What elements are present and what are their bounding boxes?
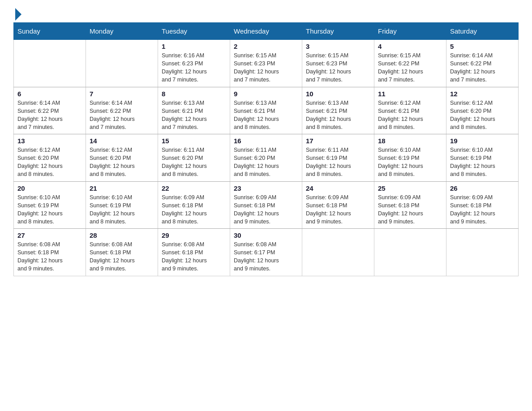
day-info: Sunrise: 6:08 AMSunset: 6:17 PMDaylight:… — [234, 240, 298, 273]
calendar-cell: 8Sunrise: 6:13 AMSunset: 6:21 PMDaylight… — [158, 87, 230, 134]
calendar-cell: 2Sunrise: 6:15 AMSunset: 6:23 PMDaylight… — [230, 40, 302, 87]
day-info: Sunrise: 6:09 AMSunset: 6:18 PMDaylight:… — [234, 193, 298, 226]
header-wednesday: Wednesday — [230, 23, 302, 40]
calendar-cell — [302, 229, 374, 276]
day-info: Sunrise: 6:15 AMSunset: 6:23 PMDaylight:… — [306, 51, 370, 84]
week-row-3: 13Sunrise: 6:12 AMSunset: 6:20 PMDayligh… — [14, 134, 519, 182]
day-number: 17 — [306, 137, 370, 145]
day-info: Sunrise: 6:13 AMSunset: 6:21 PMDaylight:… — [234, 99, 298, 132]
header-saturday: Saturday — [446, 23, 519, 40]
day-info: Sunrise: 6:08 AMSunset: 6:18 PMDaylight:… — [17, 240, 82, 273]
day-number: 25 — [378, 184, 442, 192]
calendar-cell — [86, 40, 158, 87]
day-info: Sunrise: 6:10 AMSunset: 6:19 PMDaylight:… — [378, 146, 442, 179]
calendar-cell — [14, 40, 86, 87]
calendar-cell: 19Sunrise: 6:10 AMSunset: 6:19 PMDayligh… — [446, 134, 519, 182]
page-header — [13, 9, 519, 18]
calendar-cell: 11Sunrise: 6:12 AMSunset: 6:21 PMDayligh… — [374, 87, 446, 134]
logo-triangle-icon — [15, 8, 21, 21]
day-info: Sunrise: 6:08 AMSunset: 6:18 PMDaylight:… — [162, 240, 226, 273]
logo — [13, 9, 21, 18]
calendar-cell: 22Sunrise: 6:09 AMSunset: 6:18 PMDayligh… — [158, 181, 230, 229]
calendar-cell: 14Sunrise: 6:12 AMSunset: 6:20 PMDayligh… — [86, 134, 158, 182]
day-number: 20 — [17, 184, 82, 192]
day-info: Sunrise: 6:10 AMSunset: 6:19 PMDaylight:… — [450, 146, 515, 179]
calendar-cell — [374, 229, 446, 276]
day-info: Sunrise: 6:09 AMSunset: 6:18 PMDaylight:… — [306, 193, 370, 226]
day-info: Sunrise: 6:15 AMSunset: 6:22 PMDaylight:… — [378, 51, 442, 84]
day-number: 10 — [306, 90, 370, 98]
calendar-cell: 6Sunrise: 6:14 AMSunset: 6:22 PMDaylight… — [14, 87, 86, 134]
day-number: 6 — [17, 90, 82, 98]
day-number: 7 — [90, 90, 154, 98]
day-info: Sunrise: 6:10 AMSunset: 6:19 PMDaylight:… — [90, 193, 154, 226]
calendar-cell: 5Sunrise: 6:14 AMSunset: 6:22 PMDaylight… — [446, 40, 519, 87]
day-number: 16 — [234, 137, 298, 145]
day-number: 18 — [378, 137, 442, 145]
day-info: Sunrise: 6:11 AMSunset: 6:20 PMDaylight:… — [234, 146, 298, 179]
day-info: Sunrise: 6:12 AMSunset: 6:21 PMDaylight:… — [378, 99, 442, 132]
day-info: Sunrise: 6:13 AMSunset: 6:21 PMDaylight:… — [162, 99, 226, 132]
day-number: 27 — [17, 231, 82, 239]
day-number: 14 — [90, 137, 154, 145]
day-info: Sunrise: 6:08 AMSunset: 6:18 PMDaylight:… — [90, 240, 154, 273]
calendar-cell: 3Sunrise: 6:15 AMSunset: 6:23 PMDaylight… — [302, 40, 374, 87]
header-monday: Monday — [86, 23, 158, 40]
day-number: 5 — [450, 43, 515, 50]
calendar-cell: 27Sunrise: 6:08 AMSunset: 6:18 PMDayligh… — [14, 229, 86, 276]
calendar-cell: 16Sunrise: 6:11 AMSunset: 6:20 PMDayligh… — [230, 134, 302, 182]
day-info: Sunrise: 6:16 AMSunset: 6:23 PMDaylight:… — [162, 51, 226, 84]
calendar-cell: 13Sunrise: 6:12 AMSunset: 6:20 PMDayligh… — [14, 134, 86, 182]
calendar-cell: 9Sunrise: 6:13 AMSunset: 6:21 PMDaylight… — [230, 87, 302, 134]
day-number: 24 — [306, 184, 370, 192]
calendar-table: SundayMondayTuesdayWednesdayThursdayFrid… — [13, 22, 519, 276]
calendar-cell: 26Sunrise: 6:09 AMSunset: 6:18 PMDayligh… — [446, 181, 519, 229]
week-row-4: 20Sunrise: 6:10 AMSunset: 6:19 PMDayligh… — [14, 181, 519, 229]
day-number: 19 — [450, 137, 515, 145]
day-number: 30 — [234, 231, 298, 239]
calendar-cell: 20Sunrise: 6:10 AMSunset: 6:19 PMDayligh… — [14, 181, 86, 229]
header-thursday: Thursday — [302, 23, 374, 40]
calendar-cell: 4Sunrise: 6:15 AMSunset: 6:22 PMDaylight… — [374, 40, 446, 87]
day-info: Sunrise: 6:14 AMSunset: 6:22 PMDaylight:… — [450, 51, 515, 84]
header-sunday: Sunday — [14, 23, 86, 40]
calendar-cell: 25Sunrise: 6:09 AMSunset: 6:18 PMDayligh… — [374, 181, 446, 229]
calendar-cell: 21Sunrise: 6:10 AMSunset: 6:19 PMDayligh… — [86, 181, 158, 229]
day-number: 8 — [162, 90, 226, 98]
day-number: 28 — [90, 231, 154, 239]
calendar-cell: 30Sunrise: 6:08 AMSunset: 6:17 PMDayligh… — [230, 229, 302, 276]
day-info: Sunrise: 6:09 AMSunset: 6:18 PMDaylight:… — [450, 193, 515, 226]
day-number: 11 — [378, 90, 442, 98]
day-info: Sunrise: 6:09 AMSunset: 6:18 PMDaylight:… — [378, 193, 442, 226]
day-info: Sunrise: 6:09 AMSunset: 6:18 PMDaylight:… — [162, 193, 226, 226]
day-info: Sunrise: 6:12 AMSunset: 6:20 PMDaylight:… — [17, 146, 82, 179]
day-number: 15 — [162, 137, 226, 145]
day-number: 1 — [162, 43, 226, 50]
day-info: Sunrise: 6:11 AMSunset: 6:19 PMDaylight:… — [306, 146, 370, 179]
day-number: 21 — [90, 184, 154, 192]
calendar-header-row: SundayMondayTuesdayWednesdayThursdayFrid… — [14, 23, 519, 40]
week-row-2: 6Sunrise: 6:14 AMSunset: 6:22 PMDaylight… — [14, 87, 519, 134]
day-number: 23 — [234, 184, 298, 192]
day-info: Sunrise: 6:13 AMSunset: 6:21 PMDaylight:… — [306, 99, 370, 132]
header-friday: Friday — [374, 23, 446, 40]
calendar-cell: 10Sunrise: 6:13 AMSunset: 6:21 PMDayligh… — [302, 87, 374, 134]
calendar-cell: 17Sunrise: 6:11 AMSunset: 6:19 PMDayligh… — [302, 134, 374, 182]
calendar-cell: 28Sunrise: 6:08 AMSunset: 6:18 PMDayligh… — [86, 229, 158, 276]
calendar-cell: 23Sunrise: 6:09 AMSunset: 6:18 PMDayligh… — [230, 181, 302, 229]
calendar-cell: 15Sunrise: 6:11 AMSunset: 6:20 PMDayligh… — [158, 134, 230, 182]
day-number: 2 — [234, 43, 298, 50]
day-info: Sunrise: 6:10 AMSunset: 6:19 PMDaylight:… — [17, 193, 82, 226]
day-number: 29 — [162, 231, 226, 239]
calendar-cell: 18Sunrise: 6:10 AMSunset: 6:19 PMDayligh… — [374, 134, 446, 182]
day-number: 26 — [450, 184, 515, 192]
day-info: Sunrise: 6:15 AMSunset: 6:23 PMDaylight:… — [234, 51, 298, 84]
calendar-cell — [446, 229, 519, 276]
day-number: 9 — [234, 90, 298, 98]
day-number: 13 — [17, 137, 82, 145]
day-info: Sunrise: 6:14 AMSunset: 6:22 PMDaylight:… — [90, 99, 154, 132]
calendar-cell: 24Sunrise: 6:09 AMSunset: 6:18 PMDayligh… — [302, 181, 374, 229]
day-info: Sunrise: 6:14 AMSunset: 6:22 PMDaylight:… — [17, 99, 82, 132]
week-row-5: 27Sunrise: 6:08 AMSunset: 6:18 PMDayligh… — [14, 229, 519, 276]
day-number: 4 — [378, 43, 442, 50]
